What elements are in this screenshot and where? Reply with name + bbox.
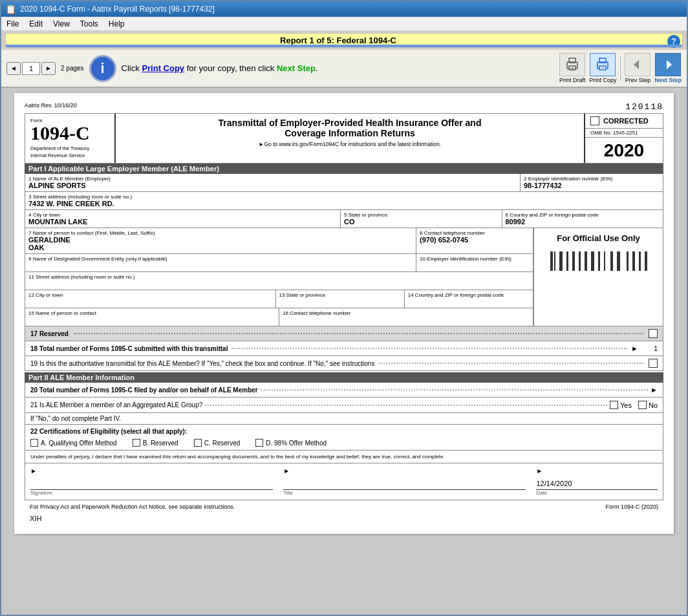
field7-label: 7 Name of person to contact (First, Midd…: [28, 230, 413, 236]
svg-marker-9: [634, 60, 639, 69]
report-info-bar: Report 1 of 5: Federal 1094-C ?: [5, 33, 683, 48]
print-copy-button[interactable]: Print Copy: [589, 53, 616, 83]
field18-value: 1: [638, 345, 658, 352]
prev-step-label: Prev Step: [625, 77, 651, 83]
field21-yes-checkbox[interactable]: [610, 401, 618, 409]
pages-label: 2 pages: [61, 65, 84, 72]
field17-row: 17 Reserved: [25, 326, 663, 341]
field1-label: 1 Name of ALE Member (Employer): [28, 176, 517, 182]
form-rev-label: Aatrix Rev. 10/16/20: [25, 102, 77, 109]
field5-value: CO: [344, 218, 499, 226]
field2-label: 2 Employer identification number (EIN): [524, 176, 660, 182]
field10-label: 10 Employer identification number (EIN): [420, 256, 530, 262]
field2-value: 98-1777432: [524, 182, 660, 189]
field18-row: 18 Total number of Forms 1095-C submitte…: [25, 341, 663, 356]
cert-c-checkbox[interactable]: [194, 439, 202, 447]
form-year: 2020: [585, 138, 663, 163]
omb-label: OMB No. 1545-2251: [585, 129, 663, 138]
part2-header: Part II ALE Member Information: [25, 372, 663, 383]
next-step-label: Next Step: [654, 77, 682, 83]
cert-d-label: D. 98% Offer Method: [266, 440, 327, 447]
cert-d-checkbox[interactable]: [255, 439, 263, 447]
field19-row: 19 Is this the authoritative transmittal…: [25, 356, 663, 371]
field17-label: 17 Reserved: [30, 330, 69, 337]
page-next-button[interactable]: ►: [41, 62, 56, 75]
field19-checkbox[interactable]: [649, 359, 658, 368]
print-copy-label: Print Copy: [589, 77, 616, 83]
field22-title: 22 Certifications of Eligibility (select…: [30, 428, 658, 435]
field13-label: 13 State or province: [279, 292, 401, 298]
menu-file[interactable]: File: [1, 17, 24, 30]
penalty-text: Under penalties of perjury, I declare th…: [25, 451, 663, 463]
print-draft-label: Print Draft: [559, 77, 586, 83]
cert-b-label: B. Reserved: [143, 440, 178, 447]
field14-label: 14 Country and ZIP or foreign postal cod…: [408, 292, 530, 298]
menu-help[interactable]: Help: [103, 17, 130, 30]
field4-value: MOUNTAIN LAKE: [28, 218, 337, 226]
corrected-label: CORRECTED: [603, 117, 649, 125]
form-document: Aatrix Rev. 10/16/20 120118 Form 1094-C …: [14, 93, 674, 534]
menu-edit[interactable]: Edit: [24, 17, 48, 30]
prev-arrow-icon: [629, 56, 647, 74]
page-navigator: ◄ ►: [6, 62, 56, 75]
window-title: 2020 1094-C Form - Aatrix Payroll Report…: [20, 5, 215, 14]
title-bar: 📋 2020 1094-C Form - Aatrix Payroll Repo…: [1, 1, 687, 17]
date-value: 12/14/2020: [536, 477, 658, 490]
field18-label: 18 Total number of Forms 1095-C submitte…: [30, 345, 228, 352]
form-omn: 120118: [625, 102, 663, 112]
field5-label: 5 State or province: [344, 212, 499, 218]
part1-header: Part I Applicable Large Employer Member …: [25, 164, 663, 174]
field16-label: 16 Contact telephone number: [283, 310, 530, 316]
instruction-text: Click Print Copy for your copy, then cli…: [122, 63, 318, 73]
field7-value1: GERALDINE: [28, 236, 413, 244]
toolbar-row: ◄ ► 2 pages i Click Print Copy for your …: [1, 50, 687, 88]
print-draft-button[interactable]: Print Draft: [559, 53, 586, 83]
date-label: Date: [536, 490, 658, 496]
official-use-title: For Official Use Only: [539, 233, 658, 243]
field21-label: 21 Is ALE Member a member of an Aggregat…: [30, 401, 202, 409]
signature-section: ► Signature ► Title ► 12/14/2020 Date: [25, 463, 663, 500]
field3-value: 7432 W. PINE CREEK RD.: [28, 200, 660, 207]
field21-row: 21 Is ALE Member a member of an Aggregat…: [25, 398, 663, 413]
field9-label: 9 Name of Designated Government Entity (…: [28, 256, 413, 262]
cert-b-checkbox[interactable]: [133, 439, 140, 447]
form-number: 1094-C: [30, 123, 109, 143]
field8-value: (970) 652-0745: [420, 236, 530, 244]
menu-bar: File Edit View Tools Help: [1, 17, 687, 31]
corrected-checkbox[interactable]: [590, 116, 599, 125]
form-scroll-area[interactable]: Aatrix Rev. 10/16/20 120118 Form 1094-C …: [1, 88, 687, 615]
signature-label: Signature: [30, 490, 273, 496]
field4-label: 4 City or town: [28, 212, 337, 218]
report-title: Report 1 of 5: Federal 1094-C: [280, 36, 396, 45]
prev-step-button[interactable]: Prev Step: [625, 53, 650, 83]
field6-value: 80992: [506, 218, 660, 226]
dept-line1: Department of the Treasury Internal Reve…: [30, 145, 109, 159]
form-goto: ►Go to www.irs.gov/Form1094C for instruc…: [124, 141, 576, 147]
field21-yes-label: Yes: [620, 401, 632, 409]
field3-label: 3 Street address (including room or suit…: [28, 194, 660, 200]
next-step-button[interactable]: Next Step: [654, 53, 682, 83]
next-step-link[interactable]: Next Step: [277, 63, 316, 73]
field19-label: 19 Is this the authoritative transmittal…: [30, 360, 374, 367]
title-label: Title: [283, 490, 526, 496]
next-arrow-icon: [659, 56, 677, 74]
cert-a-checkbox[interactable]: [30, 439, 38, 447]
menu-view[interactable]: View: [48, 17, 75, 30]
menu-tools[interactable]: Tools: [75, 17, 103, 30]
privacy-text: For Privacy Act and Paperwork Reduction …: [30, 504, 235, 510]
page-input[interactable]: [22, 62, 40, 75]
field8-label: 8 Contact telephone number: [420, 230, 530, 236]
print-link[interactable]: Print Copy: [142, 63, 184, 73]
page-prev-button[interactable]: ◄: [6, 62, 21, 75]
svg-marker-10: [667, 60, 672, 69]
field7-value2: OAK: [28, 244, 413, 251]
main-window: 📋 2020 1094-C Form - Aatrix Payroll Repo…: [0, 0, 688, 616]
field21-no-checkbox[interactable]: [638, 401, 647, 409]
cert-a-label: A. Qualifying Offer Method: [41, 440, 117, 447]
field17-checkbox[interactable]: [649, 329, 658, 338]
form-title-line2: Coverage Information Returns: [124, 128, 576, 138]
field15-label: 15 Name of person to contact: [28, 310, 275, 316]
field1-value: ALPINE SPORTS: [28, 182, 517, 189]
field20-row: 20 Total number of Forms 1095-C filed by…: [25, 383, 663, 398]
printer-icon: [564, 57, 580, 72]
